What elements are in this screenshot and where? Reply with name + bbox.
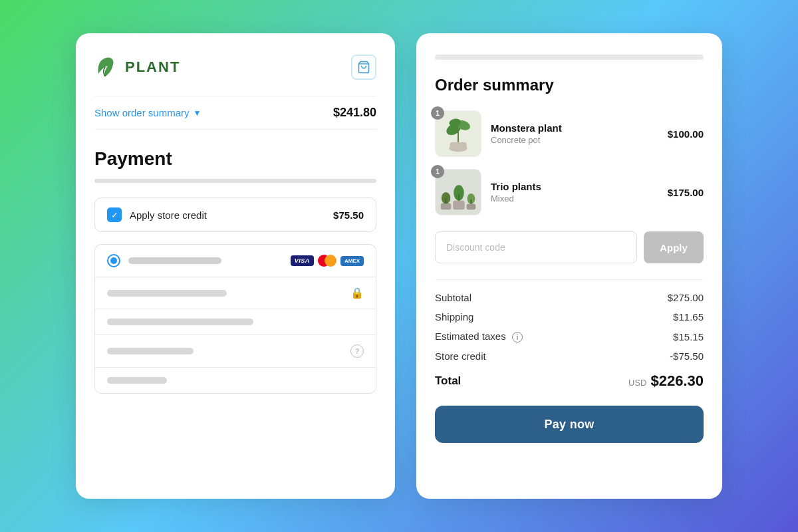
total-label: Total — [435, 374, 461, 388]
total-value-wrap: USD $226.30 — [628, 372, 704, 390]
shipping-label: Shipping — [435, 311, 473, 323]
product-left: 1 — [435, 169, 541, 215]
card-cvv-input-bar[interactable] — [107, 348, 194, 354]
taxes-info-icon[interactable]: i — [512, 332, 523, 342]
svg-rect-10 — [453, 201, 464, 210]
cart-icon — [357, 61, 370, 74]
svg-rect-11 — [467, 203, 476, 209]
store-credit-row: ✓ Apply store credit $75.50 — [94, 198, 376, 232]
order-summary-title: Order summary — [435, 76, 704, 94]
quantity-badge: 1 — [431, 165, 444, 178]
product-info: Trio plants Mixed — [491, 181, 541, 203]
product-item: 1 Monstera plant — [435, 110, 704, 157]
taxes-value: $15.15 — [673, 331, 704, 342]
discount-code-input[interactable] — [435, 231, 637, 263]
logo-text: PLANT — [125, 59, 180, 76]
card-number-input-bar[interactable] — [107, 290, 227, 297]
card-expiry-row — [95, 309, 376, 335]
subtotal-value: $275.00 — [668, 292, 704, 303]
lock-icon: 🔒 — [350, 287, 364, 299]
product-item: 1 — [435, 169, 704, 215]
card-number-bar — [128, 257, 221, 264]
cart-button[interactable] — [351, 55, 376, 80]
mastercard-icon — [318, 255, 336, 267]
card-cvv-row: ? — [95, 335, 376, 368]
radio-inner — [110, 257, 117, 264]
quantity-badge: 1 — [431, 106, 444, 120]
taxes-row: Estimated taxes i $15.15 — [435, 331, 704, 342]
store-credit-left: ✓ Apply store credit — [107, 207, 207, 222]
product-variant: Mixed — [491, 194, 541, 203]
product-image-wrap: 1 — [435, 169, 481, 215]
pay-now-button[interactable]: Pay now — [435, 406, 704, 443]
logo-row: PLANT — [94, 55, 376, 80]
payment-method-left — [107, 254, 221, 267]
payment-method-row: VISA AMEX — [94, 244, 376, 277]
store-credit-checkbox[interactable]: ✓ — [107, 207, 122, 222]
right-top-bar — [435, 55, 704, 60]
logo-area: PLANT — [94, 55, 180, 79]
order-totals: Subtotal $275.00 Shipping $11.65 Estimat… — [435, 279, 704, 390]
product-info: Monstera plant Concrete pot — [491, 122, 562, 145]
payment-progress-bar — [94, 179, 376, 183]
shipping-row: Shipping $11.65 — [435, 311, 704, 323]
chevron-down-icon: ▼ — [194, 108, 201, 118]
total-currency: USD — [628, 378, 646, 388]
payment-method-radio[interactable] — [107, 254, 120, 267]
amex-icon: AMEX — [340, 256, 364, 266]
card-name-input-bar[interactable] — [107, 377, 167, 384]
product-left: 1 Monstera plant — [435, 110, 562, 157]
product-name: Trio plants — [491, 181, 541, 192]
show-order-summary-toggle[interactable]: Show order summary ▼ — [94, 107, 201, 118]
apply-button[interactable]: Apply — [644, 231, 704, 263]
store-credit-amount: $75.50 — [333, 209, 364, 221]
card-expiry-input-bar[interactable] — [107, 319, 253, 325]
taxes-label: Estimated taxes i — [435, 331, 523, 342]
left-panel: PLANT Show order summary ▼ $241.80 Payme… — [76, 33, 395, 499]
show-order-summary-label: Show order summary — [94, 107, 190, 118]
logo-leaf-icon — [94, 55, 118, 79]
product-name: Monstera plant — [491, 122, 562, 134]
product-price: $100.00 — [668, 128, 704, 140]
svg-rect-3 — [450, 142, 466, 150]
cvv-help-icon[interactable]: ? — [350, 344, 364, 358]
subtotal-label: Subtotal — [435, 292, 471, 303]
subtotal-row: Subtotal $275.00 — [435, 292, 704, 303]
card-icons: VISA AMEX — [291, 255, 364, 267]
right-panel: Order summary 1 — [416, 33, 722, 499]
store-credit-total-label: Store credit — [435, 350, 486, 362]
total-row: Total USD $226.30 — [435, 372, 704, 390]
product-image-wrap: 1 — [435, 110, 481, 157]
card-form: 🔒 ? — [94, 277, 376, 394]
shipping-value: $11.65 — [673, 311, 704, 323]
payment-title: Payment — [94, 148, 376, 170]
order-summary-bar: Show order summary ▼ $241.80 — [94, 96, 376, 130]
card-number-row: 🔒 — [95, 277, 376, 309]
order-summary-price: $241.80 — [333, 106, 376, 120]
product-list: 1 Monstera plant — [435, 110, 704, 215]
store-credit-label: Apply store credit — [130, 209, 207, 221]
store-credit-total-value: -$75.50 — [670, 350, 704, 362]
product-variant: Concrete pot — [491, 135, 562, 145]
visa-icon: VISA — [291, 255, 314, 266]
store-credit-total-row: Store credit -$75.50 — [435, 350, 704, 362]
total-value: $226.30 — [650, 372, 704, 390]
product-price: $175.00 — [668, 187, 704, 198]
svg-rect-9 — [441, 203, 452, 210]
card-name-row — [95, 368, 376, 393]
discount-row: Apply — [435, 231, 704, 263]
